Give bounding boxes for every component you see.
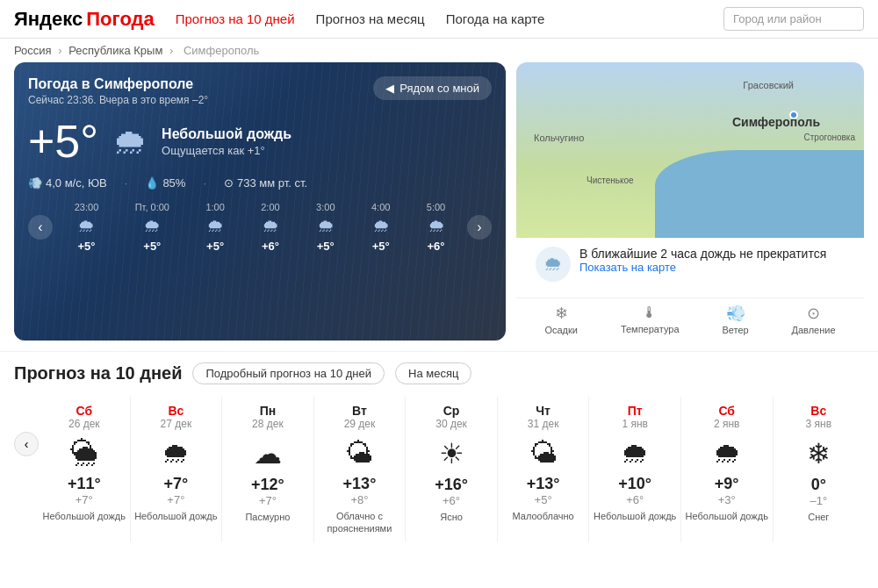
rain-show-on-map[interactable]: Показать на карте (579, 261, 826, 274)
hourly-weather-icon: 🌧 (317, 216, 335, 236)
hourly-scroll-left[interactable]: ‹ (28, 215, 53, 240)
hourly-item: 5:00 🌧 +6° (427, 202, 445, 253)
nearby-label: Рядом со мной (399, 82, 479, 95)
map-label-strogonovka: Строгоновка (804, 133, 855, 142)
hourly-weather-icon: 🌧 (77, 216, 95, 236)
day-date: 1 янв (622, 418, 648, 430)
wind-icon: 💨 (28, 176, 42, 190)
forecast-day[interactable]: Сб 2 янв 🌧 +9° +3° Небольшой дождь (681, 397, 774, 542)
nearby-button[interactable]: ◀ Рядом со мной (373, 76, 492, 100)
map-option-icon: 🌡 (642, 304, 658, 322)
forecast-day[interactable]: Вт 29 дек 🌤 +13° +8° Облачно с прояснени… (314, 397, 407, 542)
forecast-header: Прогноз на 10 дней Подробный прогноз на … (14, 362, 864, 384)
map-marker (789, 111, 798, 119)
day-date: 29 дек (344, 418, 376, 430)
hourly-item: 2:00 🌧 +6° (261, 202, 279, 253)
day-temp-high: +7° (163, 475, 188, 493)
map-option-label: Осадки (544, 325, 578, 335)
day-weather-icon: 🌧 (162, 437, 190, 470)
day-temp-high: +9° (715, 475, 739, 493)
weather-widget: Погода в Симферополе Сейчас 23:36. Вчера… (14, 62, 506, 341)
day-name: Пт (628, 404, 643, 418)
day-desc: Снег (808, 511, 829, 523)
day-desc: Небольшой дождь (594, 510, 676, 522)
rain-info-box: 🌧 В ближайшие 2 часа дождь не прекратитс… (523, 238, 857, 290)
detail-sep-2: · (203, 176, 206, 190)
day-temp-high: +12° (251, 476, 284, 494)
weather-feels-like: Ощущается как +1° (162, 144, 291, 157)
hourly-weather-icon: 🌧 (372, 216, 390, 236)
forecast-title: Прогноз на 10 дней (14, 363, 182, 384)
day-temp-low: +3° (718, 493, 736, 506)
forecast-day[interactable]: Чт 31 дек 🌤 +13° +5° Малооблачно (498, 397, 590, 542)
day-date: 26 дек (68, 418, 100, 430)
hourly-item: 4:00 🌧 +5° (371, 202, 390, 253)
day-temp-low: +8° (350, 493, 368, 506)
day-temp-high: +13° (527, 475, 560, 493)
day-name: Сб (718, 404, 735, 418)
day-temp-low: +7° (76, 493, 93, 506)
widget-time-subtitle: Сейчас 23:36. Вчера в это время –2° (28, 94, 208, 106)
city-search[interactable]: Город или район (723, 7, 864, 31)
hourly-time: 2:00 (261, 202, 279, 212)
hourly-temp: +6° (428, 240, 445, 253)
day-name: Сб (76, 404, 92, 418)
breadcrumb-crimea[interactable]: Республика Крым (68, 44, 162, 57)
map-image: Грасовский Симферополь Кольчугино Строго… (516, 62, 864, 238)
widget-city-title: Погода в Симферополе (28, 76, 208, 92)
hourly-weather-icon: 🌧 (143, 216, 161, 236)
hourly-temp: +5° (317, 240, 335, 253)
hourly-weather-icon: 🌧 (428, 216, 445, 236)
logo-pogoda: Погода (86, 8, 154, 31)
forecast-btn-month[interactable]: На месяц (395, 362, 471, 384)
map-option-температура[interactable]: 🌡 Температура (621, 304, 680, 335)
forecast-section: Прогноз на 10 дней Подробный прогноз на … (0, 351, 878, 553)
map-panel: Грасовский Симферополь Кольчугино Строго… (516, 62, 864, 341)
main-nav: Прогноз на 10 дней Прогноз на месяц Пого… (176, 11, 702, 26)
breadcrumb-russia[interactable]: Россия (14, 44, 52, 57)
forecast-items: Сб 26 дек 🌦 +11° +7° Небольшой дождь Вс … (39, 397, 864, 542)
map-option-icon: ❄ (555, 304, 568, 323)
hourly-item: 3:00 🌧 +5° (316, 202, 335, 253)
hourly-scroll-right[interactable]: › (467, 215, 492, 240)
day-date: 27 дек (161, 418, 192, 430)
day-date: 3 янв (806, 418, 832, 430)
day-name: Ср (443, 404, 460, 418)
breadcrumb-sep-1: › (58, 44, 65, 57)
forecast-day[interactable]: Вс 3 янв ❄ 0° –1° Снег (774, 397, 865, 542)
map-label-simferopol: Симферополь (732, 115, 820, 129)
breadcrumb-sep-2: › (169, 44, 176, 57)
pressure-icon: ⊙ (224, 176, 234, 190)
hourly-time: 4:00 (371, 202, 390, 212)
forecast-btn-detailed[interactable]: Подробный прогноз на 10 дней (192, 362, 385, 384)
day-date: 2 янв (714, 418, 740, 430)
forecast-day[interactable]: Сб 26 дек 🌦 +11° +7° Небольшой дождь (39, 397, 131, 542)
hourly-temp: +5° (372, 240, 390, 253)
map-option-осадки[interactable]: ❄ Осадки (544, 304, 578, 335)
day-name: Пн (260, 404, 277, 418)
hourly-time: 23:00 (75, 202, 99, 212)
nav-item-month[interactable]: Прогноз на месяц (316, 11, 425, 26)
forecast-scroll-left[interactable]: ‹ (14, 432, 39, 456)
hourly-time: 1:00 (205, 202, 224, 212)
day-weather-icon: 🌤 (345, 437, 373, 470)
nav-item-10days[interactable]: Прогноз на 10 дней (176, 11, 295, 26)
hourly-time: 5:00 (427, 202, 445, 212)
forecast-day[interactable]: Пн 28 дек ☁ +12° +7° Пасмурно (222, 397, 314, 542)
hourly-weather-icon: 🌧 (262, 216, 279, 236)
forecast-day[interactable]: Пт 1 янв 🌧 +10° +6° Небольшой дождь (589, 397, 681, 542)
forecast-day[interactable]: Вс 27 дек 🌧 +7° +7° Небольшой дождь (131, 397, 223, 542)
map-option-давление[interactable]: ⊙ Давление (792, 304, 836, 335)
nav-item-map[interactable]: Погода на карте (446, 11, 545, 26)
hourly-item: Пт, 0:00 🌧 +5° (135, 202, 169, 253)
weather-desc-main: Небольшой дождь (162, 126, 291, 142)
hourly-temp: +6° (262, 240, 279, 253)
forecast-day[interactable]: Ср 30 дек ☀ +16° +6° Ясно (406, 397, 498, 542)
day-temp-low: +6° (626, 493, 644, 506)
hourly-time: Пт, 0:00 (135, 202, 169, 212)
day-desc: Пасмурно (245, 511, 290, 523)
widget-title-block: Погода в Симферополе Сейчас 23:36. Вчера… (28, 76, 208, 106)
humidity-detail: 💧 85% (145, 176, 185, 190)
map-label-grasovskiy: Грасовский (743, 80, 794, 90)
map-option-ветер[interactable]: 💨 Ветер (722, 304, 748, 335)
